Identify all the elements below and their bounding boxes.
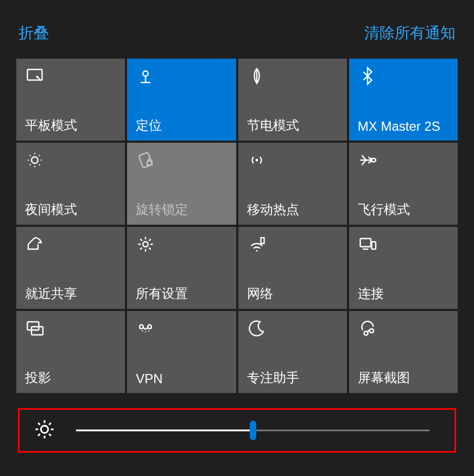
tile-screen-snip[interactable]: 屏幕截图 <box>349 311 458 393</box>
action-center-panel: 折叠 清除所有通知 平板模式定位节电模式MX Master 2S夜间模式旋转锁定… <box>0 0 474 476</box>
vpn-icon <box>136 319 227 340</box>
tile-focus-assist[interactable]: 专注助手 <box>238 311 347 393</box>
tile-label: MX Master 2S <box>358 119 449 134</box>
svg-point-12 <box>39 155 40 156</box>
tile-label: 连接 <box>358 285 449 302</box>
brightness-slider-container <box>18 408 456 453</box>
clear-all-link[interactable]: 清除所有通知 <box>364 23 456 43</box>
rotation-lock-icon <box>136 150 227 172</box>
svg-point-10 <box>39 164 40 165</box>
tile-vpn[interactable]: VPN <box>127 311 236 393</box>
bluetooth-icon <box>358 66 449 88</box>
snip-icon <box>358 319 449 340</box>
slider-track-fill <box>76 430 253 431</box>
svg-rect-19 <box>360 239 371 247</box>
tile-label: 所有设置 <box>136 285 227 302</box>
svg-point-9 <box>29 155 30 156</box>
svg-point-6 <box>34 166 35 167</box>
share-icon <box>25 234 116 256</box>
tablet-icon <box>25 66 116 88</box>
svg-point-16 <box>143 242 148 247</box>
gear-icon <box>136 234 227 256</box>
brightness-icon <box>34 418 55 442</box>
tile-label: 投影 <box>25 369 116 386</box>
svg-point-26 <box>370 329 374 333</box>
connect-icon <box>358 234 449 256</box>
svg-point-7 <box>28 160 29 161</box>
tile-battery-saver[interactable]: 节电模式 <box>238 59 347 141</box>
tile-label: 屏幕截图 <box>358 369 449 386</box>
svg-line-37 <box>49 423 51 425</box>
quick-actions-grid: 平板模式定位节电模式MX Master 2S夜间模式旋转锁定移动热点飞行模式就近… <box>0 59 474 393</box>
tile-label: VPN <box>136 371 227 386</box>
hotspot-icon <box>247 150 338 172</box>
svg-point-17 <box>256 250 257 252</box>
svg-rect-22 <box>28 322 39 330</box>
collapse-link[interactable]: 折叠 <box>18 23 49 43</box>
tile-airplane-mode[interactable]: 飞行模式 <box>349 143 458 225</box>
location-pin-icon <box>136 66 227 88</box>
svg-point-4 <box>31 157 38 163</box>
tile-label: 夜间模式 <box>25 201 116 218</box>
tile-rotation-lock[interactable]: 旋转锁定 <box>127 143 236 225</box>
wifi-tower-icon <box>247 234 338 256</box>
svg-point-11 <box>29 164 30 165</box>
tile-label: 专注助手 <box>247 369 338 386</box>
svg-rect-23 <box>31 327 43 335</box>
tile-label: 平板模式 <box>25 117 116 134</box>
svg-line-35 <box>49 434 51 436</box>
tile-label: 就近共享 <box>25 285 116 302</box>
project-icon <box>25 319 116 340</box>
tile-project[interactable]: 投影 <box>16 311 125 393</box>
tile-bluetooth[interactable]: MX Master 2S <box>349 59 458 141</box>
svg-point-5 <box>34 153 35 154</box>
svg-line-36 <box>38 434 40 436</box>
leaf-icon <box>247 66 338 88</box>
tile-label: 旋转锁定 <box>136 201 227 218</box>
tile-all-settings[interactable]: 所有设置 <box>127 227 236 309</box>
svg-rect-18 <box>261 238 264 244</box>
svg-line-34 <box>38 423 40 425</box>
sun-dim-icon <box>25 150 116 172</box>
brightness-slider[interactable] <box>76 421 429 440</box>
tile-mobile-hotspot[interactable]: 移动热点 <box>238 143 347 225</box>
airplane-icon <box>358 150 449 172</box>
tile-tablet-mode[interactable]: 平板模式 <box>16 59 125 141</box>
svg-point-1 <box>37 77 38 78</box>
tile-night-light[interactable]: 夜间模式 <box>16 143 125 225</box>
tile-location[interactable]: 定位 <box>127 59 236 141</box>
tile-label: 移动热点 <box>247 201 338 218</box>
svg-point-29 <box>41 426 48 433</box>
slider-thumb[interactable] <box>250 421 256 440</box>
svg-point-8 <box>41 160 42 161</box>
svg-point-2 <box>143 71 148 77</box>
tile-label: 飞行模式 <box>358 201 449 218</box>
tile-label: 节电模式 <box>247 117 338 134</box>
top-bar: 折叠 清除所有通知 <box>0 0 474 59</box>
svg-rect-20 <box>371 242 376 250</box>
svg-point-15 <box>255 159 258 162</box>
tile-nearby-sharing[interactable]: 就近共享 <box>16 227 125 309</box>
moon-icon <box>247 319 338 340</box>
svg-rect-0 <box>28 69 42 80</box>
tile-connect[interactable]: 连接 <box>349 227 458 309</box>
tile-label: 定位 <box>136 117 227 134</box>
tile-label: 网络 <box>247 285 338 302</box>
tile-network[interactable]: 网络 <box>238 227 347 309</box>
